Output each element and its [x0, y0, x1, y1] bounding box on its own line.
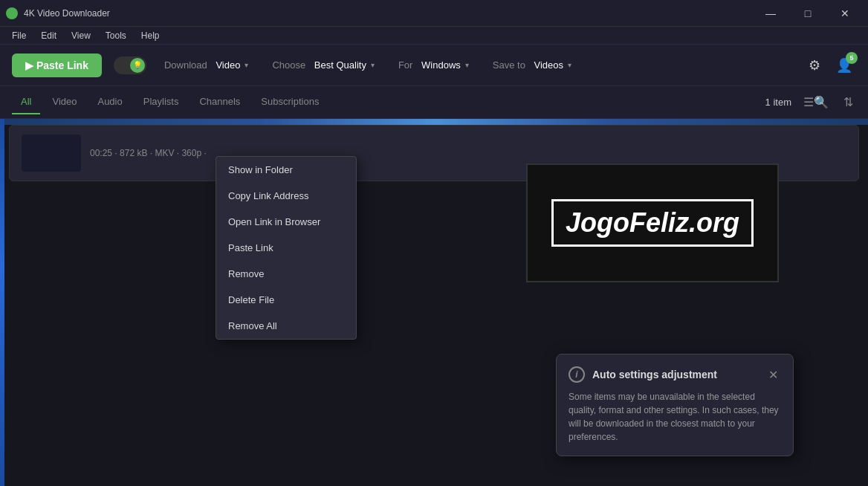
- download-label: Download: [164, 59, 207, 71]
- save-to-dropdown[interactable]: Save to Videos ▾: [487, 56, 577, 74]
- notification-close-button[interactable]: ✕: [765, 368, 781, 382]
- context-remove[interactable]: Remove: [216, 261, 356, 287]
- left-accent: [0, 119, 4, 486]
- context-copy-link[interactable]: Copy Link Address: [216, 183, 356, 209]
- menu-file[interactable]: File: [6, 29, 32, 42]
- toolbar-icons: ⚙ 👤 5: [803, 54, 856, 77]
- title-bar: 4K Video Downloader — □ ✕: [0, 0, 868, 27]
- context-delete-file[interactable]: Delete File: [216, 287, 356, 313]
- context-remove-all[interactable]: Remove All: [216, 313, 356, 339]
- tab-playlists[interactable]: Playlists: [135, 90, 188, 114]
- download-video-dropdown[interactable]: Download Video ▾: [158, 56, 254, 74]
- paste-link-button[interactable]: ▶ Paste Link: [12, 54, 102, 77]
- sort-icon-button[interactable]: ⇅: [841, 92, 856, 112]
- app-icon: [6, 7, 18, 19]
- thumbnail-preview: JogoFeliz.org: [526, 163, 779, 282]
- quality-label: Choose: [272, 59, 305, 71]
- notification-info-icon: i: [569, 366, 585, 383]
- tab-right: 1 item ☰🔍 ⇅: [765, 92, 856, 112]
- download-thumbnail: [22, 135, 81, 172]
- tab-bar: All Video Audio Playlists Channels Subsc…: [0, 86, 868, 119]
- choose-quality-dropdown[interactable]: Choose Best Quality ▾: [266, 56, 380, 74]
- tab-channels[interactable]: Channels: [190, 90, 249, 114]
- item-count: 1 item: [765, 97, 791, 108]
- settings-button[interactable]: ⚙: [803, 54, 826, 77]
- menu-edit[interactable]: Edit: [35, 29, 62, 42]
- notification-title: Auto settings adjustment: [592, 369, 758, 380]
- tab-all[interactable]: All: [12, 90, 40, 114]
- download-value: Video: [216, 59, 240, 71]
- context-show-in-folder[interactable]: Show in Folder: [216, 157, 356, 183]
- account-button[interactable]: 👤 5: [832, 54, 856, 77]
- for-arrow-icon: ▾: [465, 61, 469, 69]
- save-value: Videos: [534, 59, 564, 71]
- tab-subscriptions[interactable]: Subscriptions: [252, 90, 328, 114]
- for-value: Windows: [421, 59, 461, 71]
- quality-arrow-icon: ▾: [371, 61, 375, 69]
- save-arrow-icon: ▾: [568, 61, 571, 69]
- bg-gradient: [0, 119, 868, 125]
- notification-text: Some items may be unavailable in the sel…: [569, 390, 781, 444]
- menu-bar: File Edit View Tools Help: [0, 27, 868, 45]
- notification-popup: i Auto settings adjustment ✕ Some items …: [556, 354, 794, 456]
- minimize-button[interactable]: —: [754, 3, 788, 24]
- close-button[interactable]: ✕: [828, 3, 862, 24]
- notification-header: i Auto settings adjustment ✕: [569, 366, 781, 383]
- maximize-button[interactable]: □: [791, 3, 825, 24]
- quality-value: Best Quality: [314, 59, 366, 71]
- title-bar-title: 4K Video Downloader: [24, 8, 110, 19]
- menu-view[interactable]: View: [65, 29, 97, 42]
- tabs: All Video Audio Playlists Channels Subsc…: [12, 90, 765, 114]
- for-label: For: [398, 59, 413, 71]
- context-menu: Show in Folder Copy Link Address Open Li…: [216, 156, 357, 340]
- title-bar-left: 4K Video Downloader: [6, 7, 110, 19]
- thumbnail-text: JogoFeliz.org: [551, 199, 754, 247]
- download-item-meta: 00:25 · 872 kB · MKV · 360p ·: [90, 148, 207, 158]
- toolbar: ▶ Paste Link Download Video ▾ Choose Bes…: [0, 45, 868, 86]
- content-area: 00:25 · 872 kB · MKV · 360p · JogoFeliz.…: [0, 119, 868, 486]
- save-label: Save to: [493, 59, 525, 71]
- tab-video[interactable]: Video: [43, 90, 85, 114]
- search-icon-button[interactable]: ☰🔍: [800, 92, 832, 112]
- toggle-switch[interactable]: [114, 56, 146, 74]
- menu-help[interactable]: Help: [135, 29, 166, 42]
- menu-tools[interactable]: Tools: [100, 29, 132, 42]
- download-arrow-icon: ▾: [244, 61, 248, 69]
- context-paste-link[interactable]: Paste Link: [216, 235, 356, 261]
- toggle-knob: [130, 58, 145, 73]
- tab-audio[interactable]: Audio: [88, 90, 131, 114]
- account-badge: 5: [846, 52, 858, 64]
- context-open-in-browser[interactable]: Open Link in Browser: [216, 209, 356, 235]
- for-platform-dropdown[interactable]: For Windows ▾: [392, 56, 475, 74]
- title-bar-controls: — □ ✕: [754, 3, 862, 24]
